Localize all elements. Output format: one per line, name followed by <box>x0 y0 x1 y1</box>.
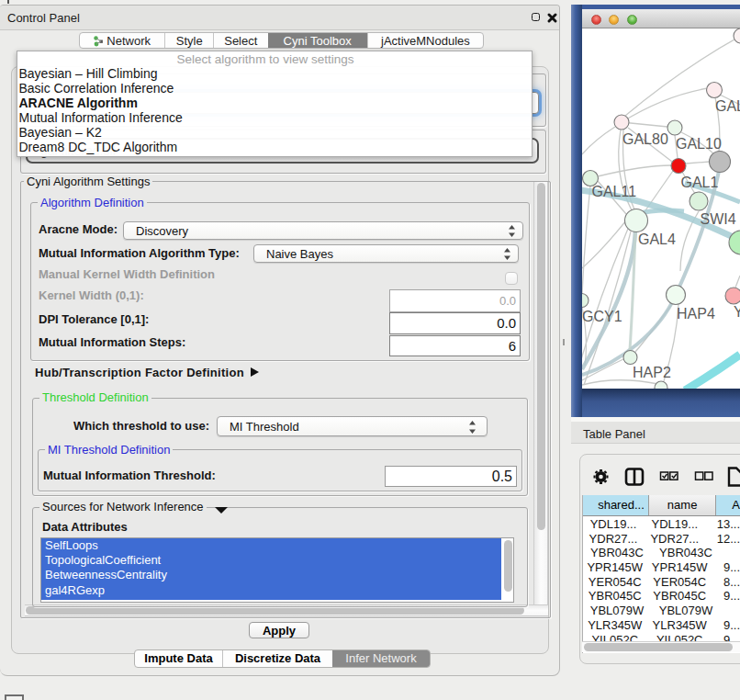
svg-text:GAL10: GAL10 <box>676 136 722 152</box>
svg-text:GAL80: GAL80 <box>622 131 668 147</box>
svg-text:YMR: YMR <box>734 304 740 320</box>
svg-text:GAL4: GAL4 <box>638 231 676 247</box>
svg-text:GAL2: GAL2 <box>715 98 740 114</box>
svg-text:GAL11: GAL11 <box>592 184 637 199</box>
svg-text:HAP4: HAP4 <box>677 306 715 322</box>
svg-text:HAP2: HAP2 <box>633 365 671 380</box>
svg-text:SWI4: SWI4 <box>701 211 736 227</box>
svg-text:GAL1: GAL1 <box>681 175 719 190</box>
svg-text:GCY1: GCY1 <box>582 309 622 324</box>
